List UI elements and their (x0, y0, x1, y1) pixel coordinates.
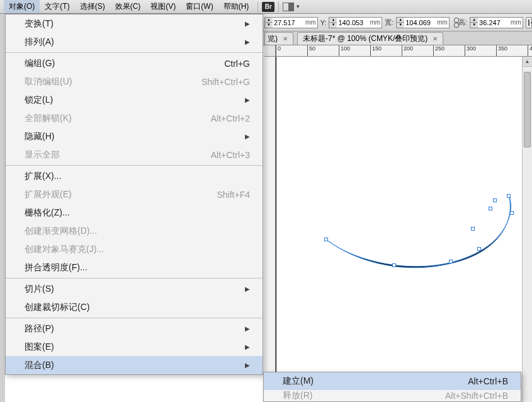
menu-view[interactable]: 视图(V) (145, 0, 181, 13)
left-dock-strip (0, 14, 5, 402)
menu-item: 创建对象马赛克(J)... (6, 240, 263, 258)
y-input[interactable] (337, 18, 370, 28)
anchor-point[interactable] (471, 227, 475, 231)
menu-item: 取消编组(U)Shift+Ctrl+G (6, 72, 263, 91)
close-icon[interactable]: ✕ (433, 35, 438, 42)
menu-item[interactable]: 排列(A)▶ (6, 33, 263, 51)
menu-shortcut: Shift+Ctrl+G (201, 77, 250, 87)
w-field[interactable]: ▲▼ mm (396, 17, 450, 28)
menu-item-label: 拼合透明度(F)... (25, 262, 250, 273)
menu-select[interactable]: 选择(S) (75, 0, 110, 13)
menu-item[interactable]: 混合(B)▶ (6, 356, 263, 374)
menu-text[interactable]: 文字(T) (40, 0, 74, 13)
menu-item-label: 隐藏(H) (25, 131, 245, 142)
menu-item[interactable]: 锁定(L)▶ (6, 91, 263, 109)
scroll-up-icon[interactable]: ▲ (523, 57, 532, 67)
menu-item[interactable]: 创建裁切标记(C) (6, 298, 263, 316)
h-label: 高: (458, 18, 467, 27)
menu-item[interactable]: 变换(T)▶ (6, 14, 263, 33)
menu-shortcut: Alt+Ctrl+3 (211, 150, 250, 160)
menu-shortcut: Alt+Ctrl+B (468, 376, 508, 386)
h-field[interactable]: ▲▼ mm (470, 17, 523, 28)
submenu-arrow-icon: ▶ (245, 20, 250, 27)
layout-arrange-icon[interactable] (283, 3, 294, 11)
submenu-arrow-icon: ▶ (245, 362, 250, 369)
object-menu-dropdown: 变换(T)▶排列(A)▶编组(G)Ctrl+G取消编组(U)Shift+Ctrl… (5, 14, 263, 375)
submenu-item: 释放(R)Alt+Shift+Ctrl+B (264, 390, 521, 401)
submenu-arrow-icon: ▶ (245, 343, 250, 350)
menu-item[interactable]: 切片(S)▶ (6, 280, 263, 298)
tab-label: 览) (268, 33, 278, 44)
submenu-arrow-icon: ▶ (245, 133, 250, 140)
selected-path-shape[interactable] (320, 189, 521, 284)
y-label: Y: (320, 19, 327, 26)
tab-label: 未标题-7* @ 100% (CMYK/叠印预览) (303, 33, 427, 44)
close-icon[interactable]: ✕ (283, 35, 288, 42)
bridge-icon[interactable]: Br (262, 2, 274, 12)
menu-item-label: 排列(A) (25, 37, 245, 48)
menu-shortcut: Shift+F4 (217, 190, 250, 200)
menu-item: 显示全部Alt+Ctrl+3 (6, 146, 263, 164)
menu-object[interactable]: 对象(O) (4, 0, 40, 13)
stepper-down-icon[interactable]: ▼ (265, 23, 273, 28)
menu-shortcut: Ctrl+G (224, 59, 250, 69)
stepper-down-icon[interactable]: ▼ (397, 23, 404, 28)
stepper-down-icon[interactable]: ▼ (329, 23, 337, 28)
menu-item-label: 显示全部 (25, 149, 211, 161)
doc-tab-partial[interactable]: 览) ✕ (264, 32, 293, 45)
submenu-item-label: 建立(M) (283, 376, 468, 387)
w-label: 宽: (385, 18, 393, 27)
artboard-edge (276, 57, 276, 402)
submenu-item[interactable]: 建立(M)Alt+Ctrl+B (264, 372, 521, 390)
vertical-ruler[interactable] (264, 57, 276, 402)
main-menubar: 对象(O) 文字(T) 选择(S) 效果(C) 视图(V) 窗口(W) 帮助(H… (0, 0, 532, 14)
menu-item-label: 切片(S) (25, 284, 245, 295)
doc-tab-main[interactable]: 未标题-7* @ 100% (CMYK/叠印预览) ✕ (297, 32, 443, 45)
x-input[interactable] (273, 18, 305, 28)
stepper-up-icon[interactable]: ▲ (470, 18, 478, 23)
anchor-point[interactable] (449, 260, 453, 263)
y-field[interactable]: ▲▼ mm (329, 17, 382, 28)
menu-item: 创建渐变网格(D)... (6, 222, 263, 240)
anchor-point[interactable] (324, 238, 328, 241)
stepper-down-icon[interactable]: ▼ (470, 23, 478, 28)
menu-item[interactable]: 编组(G)Ctrl+G (6, 54, 263, 72)
stepper-up-icon[interactable]: ▲ (329, 18, 337, 23)
w-input[interactable] (404, 18, 437, 28)
menu-item[interactable]: 栅格化(Z)... (6, 204, 263, 222)
menu-item[interactable]: 隐藏(H)▶ (6, 127, 263, 146)
x-field[interactable]: ▲▼ mm (264, 17, 318, 28)
anchor-point[interactable] (510, 211, 514, 215)
menu-effect[interactable]: 效果(C) (110, 0, 146, 13)
menu-item-label: 锁定(L) (25, 95, 245, 106)
link-wh-icon[interactable] (452, 17, 456, 28)
w-unit: mm (437, 19, 449, 26)
menu-item[interactable]: 扩展(X)... (6, 167, 263, 185)
stepper-up-icon[interactable]: ▲ (397, 18, 404, 23)
y-unit: mm (370, 19, 382, 26)
horizontal-ruler[interactable]: 0501001502002503003504004505005506006507… (264, 45, 532, 57)
reference-point-icon[interactable] (526, 17, 532, 28)
scroll-thumb[interactable] (524, 72, 531, 147)
menu-item[interactable]: 图案(E)▶ (6, 338, 263, 356)
vertical-scrollbar[interactable]: ▲ (522, 57, 532, 402)
menu-item[interactable]: 拼合透明度(F)... (6, 258, 263, 277)
canvas-area[interactable] (276, 57, 532, 402)
ruler-origin[interactable] (264, 45, 276, 57)
anchor-point[interactable] (507, 194, 511, 198)
menu-item-label: 创建裁切标记(C) (25, 302, 250, 313)
menu-item-label: 创建对象马赛克(J)... (25, 244, 250, 255)
menu-item-label: 全部解锁(K) (25, 113, 211, 124)
menu-help[interactable]: 帮助(H) (218, 0, 254, 13)
h-unit: mm (511, 19, 523, 26)
anchor-point[interactable] (489, 207, 492, 210)
submenu-arrow-icon: ▶ (245, 325, 250, 332)
stepper-up-icon[interactable]: ▲ (265, 18, 273, 23)
menu-window[interactable]: 窗口(W) (181, 0, 218, 13)
menu-item-label: 栅格化(Z)... (25, 207, 250, 219)
menu-item[interactable]: 路径(P)▶ (6, 319, 263, 338)
anchor-point[interactable] (493, 198, 497, 202)
anchor-point[interactable] (477, 247, 481, 251)
anchor-point[interactable] (392, 263, 396, 267)
h-input[interactable] (478, 18, 511, 28)
